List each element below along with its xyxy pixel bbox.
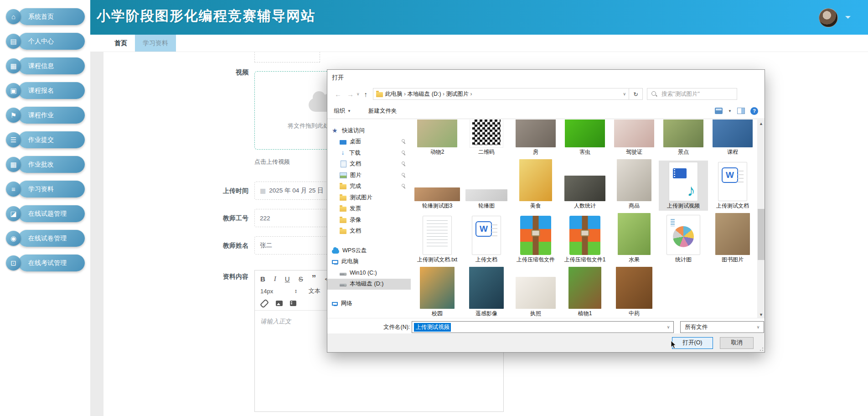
font-size-select[interactable]: 14px bbox=[260, 288, 273, 295]
file-item-驾驶证[interactable]: 驾驶证 bbox=[610, 120, 659, 157]
format-select[interactable]: 文本 bbox=[309, 287, 320, 295]
file-item-中药[interactable]: 中药 bbox=[610, 265, 659, 318]
search-input[interactable]: 搜索"测试图片" bbox=[647, 88, 737, 100]
file-item-人数统计[interactable]: 人数统计 bbox=[560, 174, 610, 211]
tree-item-完成[interactable]: 完成 bbox=[327, 181, 411, 192]
file-item-景点[interactable]: 景点 bbox=[659, 120, 708, 157]
organize-button[interactable]: 组织 ▼ bbox=[334, 107, 351, 115]
cancel-button[interactable]: 取消 bbox=[720, 337, 754, 349]
sidebar-item-11[interactable]: ⊡在线考试管理 bbox=[0, 251, 90, 276]
tree-item-文档[interactable]: 文档 bbox=[327, 159, 411, 170]
tree-item-本地磁盘 (D:)[interactable]: 本地磁盘 (D:) bbox=[327, 279, 411, 290]
tree-item-桌面[interactable]: 桌面 bbox=[327, 136, 411, 148]
file-item-美食[interactable]: 美食 bbox=[511, 158, 560, 211]
filename-input[interactable]: 上传测试视频 ∨ bbox=[412, 321, 674, 333]
image-thumbnail bbox=[618, 213, 651, 255]
quote-button[interactable]: ” bbox=[312, 275, 316, 283]
tab-1[interactable]: 首页 bbox=[107, 35, 135, 52]
file-item-轮播图[interactable]: 轮播图 bbox=[462, 188, 511, 211]
new-folder-button[interactable]: 新建文件夹 bbox=[368, 107, 397, 115]
file-item-轮播测试图3[interactable]: 轮播测试图3 bbox=[413, 186, 462, 211]
sidebar-item-7[interactable]: ▦作业批改 bbox=[0, 152, 90, 177]
file-item-执照[interactable]: 执照 bbox=[511, 276, 560, 318]
tree-item-发票[interactable]: 发票 bbox=[327, 203, 411, 215]
scroll-up-icon[interactable]: ▲ bbox=[757, 120, 765, 127]
italic-button[interactable]: I bbox=[274, 275, 276, 283]
underline-button[interactable]: U bbox=[285, 275, 290, 283]
file-item-水果[interactable]: 水果 bbox=[610, 212, 659, 265]
tree-item-测试图片[interactable]: 测试图片 bbox=[327, 192, 411, 203]
tree-item-快速访问[interactable]: ★快速访问 bbox=[327, 125, 411, 136]
scroll-down-icon[interactable]: ▼ bbox=[757, 311, 765, 318]
preview-pane-icon[interactable] bbox=[737, 108, 745, 114]
avatar[interactable] bbox=[819, 8, 838, 27]
dropzone-text: 将文件拖到此处 bbox=[288, 122, 329, 130]
tree-item-图片[interactable]: 图片 bbox=[327, 170, 411, 181]
address-bar[interactable]: 此电脑 › 本地磁盘 (D:) › 测试图片 › ∨ bbox=[373, 88, 629, 100]
strikethrough-button[interactable]: S bbox=[299, 275, 303, 283]
file-item-房[interactable]: 房 bbox=[511, 120, 560, 157]
view-mode-icon[interactable] bbox=[715, 108, 723, 114]
up-icon[interactable]: ↑ bbox=[362, 90, 371, 98]
view-mode-caret-icon[interactable]: ▼ bbox=[728, 109, 732, 113]
file-item-统计图[interactable]: 统计图 bbox=[659, 213, 708, 265]
sidebar-item-4[interactable]: ▣课程报名 bbox=[0, 78, 90, 103]
font-size-stepper-icon[interactable]: ▴▾ bbox=[295, 289, 297, 293]
address-dropdown-icon[interactable]: ∨ bbox=[623, 92, 626, 96]
tree-item-网络[interactable]: 网络 bbox=[327, 298, 411, 309]
help-icon[interactable]: ? bbox=[750, 107, 758, 115]
tree-item-文档[interactable]: 文档 bbox=[327, 226, 411, 237]
scroll-thumb[interactable] bbox=[758, 209, 765, 260]
file-item-上传压缩包文件[interactable]: 上传压缩包文件 bbox=[511, 214, 560, 265]
file-item-课程[interactable]: 课程 bbox=[708, 120, 757, 157]
sidebar-item-10[interactable]: ◉在线试卷管理 bbox=[0, 226, 90, 251]
filetype-select[interactable]: 所有文件 ∨ bbox=[680, 321, 764, 333]
insert-link-icon[interactable] bbox=[260, 299, 269, 308]
sidebar-item-8[interactable]: ≡学习资料 bbox=[0, 177, 90, 202]
insert-video-icon[interactable] bbox=[290, 301, 296, 306]
dialog-title[interactable]: 打开 bbox=[327, 70, 765, 85]
file-item-二维码[interactable]: 二维码 bbox=[462, 120, 511, 157]
file-item-校园[interactable]: 校园 bbox=[413, 265, 462, 318]
file-item-上传测试视频[interactable]: ♪上传测试视频 bbox=[659, 161, 708, 211]
breadcrumb-item-1[interactable]: 此电脑 bbox=[385, 91, 403, 97]
resize-grip[interactable] bbox=[760, 347, 764, 351]
filename-dropdown-icon[interactable]: ∨ bbox=[667, 325, 670, 329]
back-icon[interactable]: ← bbox=[332, 90, 344, 98]
file-item-遥感影像[interactable]: 遥感影像 bbox=[462, 265, 511, 318]
sidebar-item-5[interactable]: ⚑课程作业 bbox=[0, 103, 90, 128]
tab-2[interactable]: 学习资料 bbox=[135, 35, 176, 52]
file-item-上传压缩包文件1[interactable]: 上传压缩包文件1 bbox=[560, 214, 610, 265]
tree-item-Win10 (C:)[interactable]: Win10 (C:) bbox=[327, 267, 411, 279]
file-item-害虫[interactable]: 害虫 bbox=[560, 120, 610, 157]
file-item-动物2[interactable]: 动物2 bbox=[413, 120, 462, 157]
breadcrumb-item-2[interactable]: 本地磁盘 (D:) bbox=[407, 91, 441, 97]
tree-item-WPS云盘[interactable]: WPS云盘 bbox=[327, 245, 411, 256]
avatar-dropdown-caret-icon[interactable] bbox=[845, 16, 851, 21]
insert-image-icon[interactable] bbox=[276, 301, 283, 306]
field-label-1: 上传时间 bbox=[191, 182, 248, 200]
file-item-上传测试文档[interactable]: W上传测试文档 bbox=[708, 161, 757, 211]
sidebar-item-6[interactable]: ☰作业提交 bbox=[0, 128, 90, 152]
tree-item-下载[interactable]: ↓下载 bbox=[327, 147, 411, 159]
sidebar-item-1[interactable]: ⌂系统首页 bbox=[0, 5, 90, 29]
bold-button[interactable]: B bbox=[260, 275, 265, 283]
sidebar-item-2[interactable]: ▤个人中心 bbox=[0, 29, 90, 54]
file-item-植物1[interactable]: 植物1 bbox=[560, 265, 610, 318]
tree-item-录像[interactable]: 录像 bbox=[327, 214, 411, 226]
sidebar-item-9[interactable]: ◪在线试题管理 bbox=[0, 202, 90, 226]
breadcrumb-item-3[interactable]: 测试图片 bbox=[446, 91, 469, 97]
history-caret-icon[interactable]: ∨ bbox=[356, 92, 362, 96]
refresh-icon[interactable]: ↻ bbox=[629, 88, 643, 100]
forward-icon[interactable]: → bbox=[344, 90, 356, 98]
tree-item-此电脑[interactable]: 此电脑 bbox=[327, 256, 411, 268]
sidebar-item-3[interactable]: ▦课程信息 bbox=[0, 54, 90, 78]
file-item-商品[interactable]: 商品 bbox=[610, 158, 659, 211]
download-icon: ↓ bbox=[340, 150, 346, 156]
file-item-上传测试文档.txt[interactable]: 上传测试文档.txt bbox=[413, 214, 462, 265]
scrollbar[interactable]: ▲ ▼ bbox=[757, 120, 765, 318]
file-item-label: 景点 bbox=[678, 149, 689, 156]
file-item-图书图片[interactable]: 图书图片 bbox=[708, 212, 757, 265]
file-item-上传文档[interactable]: W上传文档 bbox=[462, 214, 511, 265]
open-button[interactable]: 打开(O) bbox=[672, 337, 713, 349]
